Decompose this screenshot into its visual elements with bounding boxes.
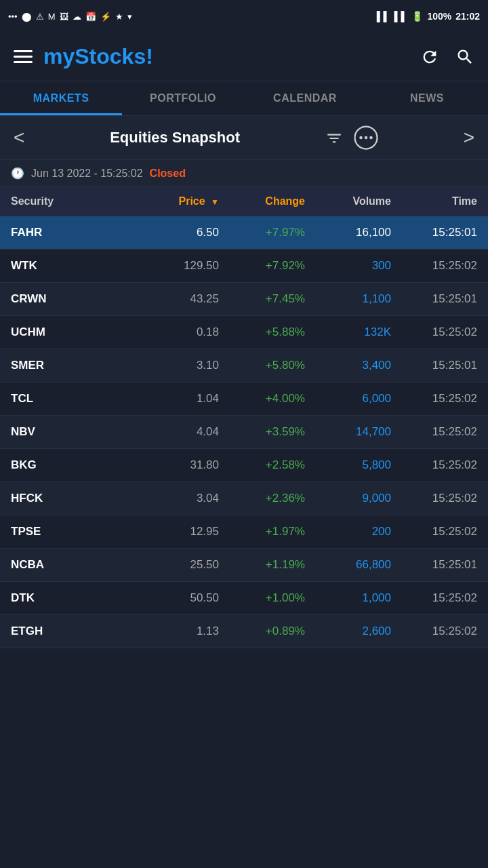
cell-security: BKG bbox=[11, 458, 133, 472]
cell-change: +1.00% bbox=[219, 591, 305, 605]
circle-icon: ⬤ bbox=[22, 12, 32, 22]
filter-icon[interactable] bbox=[325, 128, 343, 148]
cell-volume: 3,400 bbox=[305, 359, 391, 372]
cell-price: 1.13 bbox=[133, 625, 219, 638]
cell-time: 15:25:02 bbox=[391, 525, 477, 538]
cell-time: 15:25:02 bbox=[391, 259, 477, 273]
table-row[interactable]: TCL 1.04 +4.00% 6,000 15:25:02 bbox=[0, 382, 488, 416]
table-row[interactable]: BKG 31.80 +2.58% 5,800 15:25:02 bbox=[0, 449, 488, 482]
header-right bbox=[420, 47, 474, 67]
search-button[interactable] bbox=[455, 47, 474, 67]
table-row[interactable]: HFCK 3.04 +2.36% 9,000 15:25:02 bbox=[0, 482, 488, 515]
equities-table: Security Price ▼ Change Volume Time FAHR… bbox=[0, 187, 488, 648]
cell-volume: 16,100 bbox=[305, 226, 391, 239]
cell-security: DTK bbox=[11, 591, 133, 605]
status-bar-left: ••• ⬤ ⚠ M 🖼 ☁ 📅 ⚡ ★ ▾ bbox=[8, 12, 132, 22]
cell-time: 15:25:02 bbox=[391, 392, 477, 406]
col-price[interactable]: Price ▼ bbox=[133, 195, 219, 208]
table-header: Security Price ▼ Change Volume Time bbox=[0, 187, 488, 216]
snapshot-header: < Equities Snapshot > bbox=[0, 116, 488, 160]
next-arrow[interactable]: > bbox=[464, 127, 474, 149]
battery-icon: 🔋 bbox=[411, 11, 423, 22]
hamburger-menu[interactable] bbox=[14, 50, 33, 63]
cell-price: 43.25 bbox=[133, 292, 219, 306]
cell-price: 50.50 bbox=[133, 591, 219, 605]
cell-security: TCL bbox=[11, 392, 133, 406]
cell-time: 15:25:01 bbox=[391, 226, 477, 239]
cell-change: +7.45% bbox=[219, 292, 305, 306]
table-row[interactable]: DTK 50.50 +1.00% 1,000 15:25:02 bbox=[0, 582, 488, 615]
status-bar-right: ▌▌ ▌▌ 🔋 100% 21:02 bbox=[377, 11, 480, 22]
table-row[interactable]: TPSE 12.95 +1.97% 200 15:25:02 bbox=[0, 515, 488, 549]
tab-calendar[interactable]: CALENDAR bbox=[244, 81, 366, 115]
table-row[interactable]: NCBA 25.50 +1.19% 66,800 15:25:01 bbox=[0, 549, 488, 582]
cell-security: UCHM bbox=[11, 326, 133, 339]
cell-time: 15:25:02 bbox=[391, 425, 477, 439]
table-row[interactable]: NBV 4.04 +3.59% 14,700 15:25:02 bbox=[0, 416, 488, 449]
cell-price: 6.50 bbox=[133, 226, 219, 239]
nav-tabs: MARKETS PORTFOLIO CALENDAR NEWS bbox=[0, 81, 488, 116]
snapshot-actions bbox=[325, 125, 378, 150]
cell-time: 15:25:02 bbox=[391, 458, 477, 472]
table-row[interactable]: FAHR 6.50 +7.97% 16,100 15:25:01 bbox=[0, 216, 488, 250]
svg-point-3 bbox=[369, 136, 373, 140]
cell-change: +7.97% bbox=[219, 226, 305, 239]
cell-security: NCBA bbox=[11, 558, 133, 572]
cell-price: 129.50 bbox=[133, 259, 219, 273]
cell-volume: 14,700 bbox=[305, 425, 391, 439]
table-row[interactable]: SMER 3.10 +5.80% 3,400 15:25:01 bbox=[0, 349, 488, 382]
tab-news[interactable]: NEWS bbox=[366, 81, 488, 115]
col-time: Time bbox=[391, 195, 477, 208]
cell-price: 4.04 bbox=[133, 425, 219, 439]
cell-security: CRWN bbox=[11, 292, 133, 306]
image-icon: 🖼 bbox=[60, 12, 68, 22]
cell-change: +2.36% bbox=[219, 492, 305, 505]
col-volume: Volume bbox=[305, 195, 391, 208]
date-status-bar: 🕐 Jun 13 2022 - 15:25:02 Closed bbox=[0, 160, 488, 187]
cell-security: HFCK bbox=[11, 492, 133, 505]
wifi-icon: ▾ bbox=[127, 12, 132, 22]
cell-price: 31.80 bbox=[133, 458, 219, 472]
market-status: Closed bbox=[150, 167, 186, 180]
cell-volume: 9,000 bbox=[305, 492, 391, 505]
star-icon: ★ bbox=[115, 12, 123, 22]
battery-percent: 100% bbox=[427, 11, 451, 22]
cell-time: 15:25:02 bbox=[391, 326, 477, 339]
cell-price: 3.04 bbox=[133, 492, 219, 505]
svg-point-2 bbox=[365, 136, 368, 140]
cell-time: 15:25:01 bbox=[391, 359, 477, 372]
cell-security: NBV bbox=[11, 425, 133, 439]
cell-time: 15:25:02 bbox=[391, 492, 477, 505]
svg-point-1 bbox=[359, 136, 363, 140]
prev-arrow[interactable]: < bbox=[14, 127, 24, 149]
cell-time: 15:25:02 bbox=[391, 591, 477, 605]
bluetooth-icon: ⚡ bbox=[100, 12, 111, 22]
refresh-button[interactable] bbox=[420, 47, 439, 67]
calendar-icon: 📅 bbox=[85, 12, 96, 22]
more-options-icon[interactable] bbox=[354, 125, 378, 150]
cell-volume: 132K bbox=[305, 326, 391, 339]
cell-time: 15:25:01 bbox=[391, 558, 477, 572]
cell-volume: 1,000 bbox=[305, 591, 391, 605]
tab-markets[interactable]: MARKETS bbox=[0, 81, 122, 115]
table-row[interactable]: WTK 129.50 +7.92% 300 15:25:02 bbox=[0, 250, 488, 283]
gmail-icon: M bbox=[48, 12, 56, 22]
cell-volume: 200 bbox=[305, 525, 391, 538]
cell-change: +4.00% bbox=[219, 392, 305, 406]
header-left: myStocks! bbox=[14, 44, 153, 69]
cell-security: WTK bbox=[11, 259, 133, 273]
cell-time: 15:25:02 bbox=[391, 625, 477, 638]
cell-price: 0.18 bbox=[133, 326, 219, 339]
tab-portfolio[interactable]: PORTFOLIO bbox=[122, 81, 244, 115]
notification-dots: ••• bbox=[8, 12, 18, 22]
cell-security: SMER bbox=[11, 359, 133, 372]
cell-security: ETGH bbox=[11, 625, 133, 638]
snapshot-title: Equities Snapshot bbox=[110, 129, 240, 146]
table-row[interactable]: CRWN 43.25 +7.45% 1,100 15:25:01 bbox=[0, 283, 488, 316]
app-title: myStocks! bbox=[43, 44, 153, 69]
cloud-icon: ☁ bbox=[73, 12, 81, 22]
table-row[interactable]: UCHM 0.18 +5.88% 132K 15:25:02 bbox=[0, 316, 488, 349]
cell-volume: 6,000 bbox=[305, 392, 391, 406]
cell-change: +5.80% bbox=[219, 359, 305, 372]
table-row[interactable]: ETGH 1.13 +0.89% 2,600 15:25:02 bbox=[0, 615, 488, 648]
